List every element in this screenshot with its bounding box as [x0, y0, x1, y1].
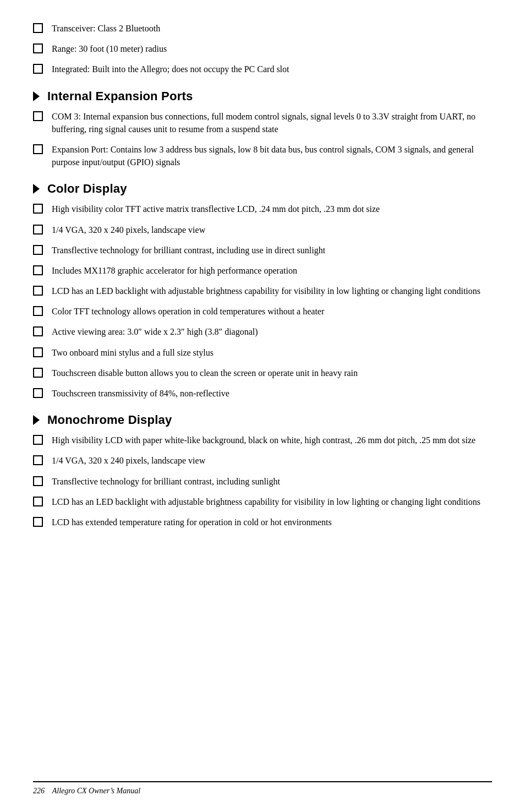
bullet-text: Color TFT technology allows operation in…	[52, 305, 492, 318]
checkbox-icon	[33, 204, 43, 214]
checkbox-icon	[33, 497, 43, 506]
bullet-text: COM 3: Internal expansion bus connection…	[52, 110, 492, 135]
checkbox-icon	[33, 286, 43, 296]
list-item: Includes MX1178 graphic accelerator for …	[33, 264, 492, 277]
bullet-text: Includes MX1178 graphic accelerator for …	[52, 264, 492, 277]
bullet-text: Transceiver: Class 2 Bluetooth	[52, 22, 492, 35]
checkbox-icon	[33, 476, 43, 486]
checkbox-icon	[33, 388, 43, 398]
checkbox-icon	[33, 347, 43, 357]
bullet-text: Transflective technology for brilliant c…	[52, 244, 492, 257]
checkbox-icon	[33, 435, 43, 445]
bullet-text: Expansion Port: Contains low 3 address b…	[52, 143, 492, 168]
checkbox-icon	[33, 43, 43, 53]
bullet-text: Touchscreen disable button allows you to…	[52, 367, 492, 379]
checkbox-icon	[33, 326, 43, 336]
bullet-text: Integrated: Built into the Allegro; does…	[52, 63, 492, 75]
bullet-text: Transflective technology for brilliant c…	[52, 475, 492, 488]
bullet-text: 1/4 VGA, 320 x 240 pixels, landscape vie…	[52, 454, 492, 467]
page-number: 226	[33, 787, 45, 795]
list-item: COM 3: Internal expansion bus connection…	[33, 110, 492, 135]
list-item: Integrated: Built into the Allegro; does…	[33, 63, 492, 75]
intro-bullet-list: Transceiver: Class 2 Bluetooth Range: 30…	[33, 22, 492, 76]
bullet-text: LCD has an LED backlight with adjustable…	[52, 495, 492, 508]
bullet-text: Two onboard mini stylus and a full size …	[52, 346, 492, 359]
list-item: LCD has an LED backlight with adjustable…	[33, 285, 492, 297]
list-item: Range: 30 foot (10 meter) radius	[33, 42, 492, 55]
list-item: 1/4 VGA, 320 x 240 pixels, landscape vie…	[33, 454, 492, 467]
bullet-text: Active viewing area: 3.0″ wide x 2.3″ hi…	[52, 325, 492, 338]
internal-expansion-bullet-list: COM 3: Internal expansion bus connection…	[33, 110, 492, 169]
bullet-text: Touchscreen transmissivity of 84%, non-r…	[52, 387, 492, 400]
section-heading-internal-expansion: Internal Expansion Ports	[33, 89, 492, 103]
bullet-text: Range: 30 foot (10 meter) radius	[52, 42, 492, 55]
checkbox-icon	[33, 144, 43, 154]
list-item: 1/4 VGA, 320 x 240 pixels, landscape vie…	[33, 224, 492, 236]
list-item: Transceiver: Class 2 Bluetooth	[33, 22, 492, 35]
checkbox-icon	[33, 265, 43, 275]
triangle-icon	[33, 184, 40, 194]
list-item: Active viewing area: 3.0″ wide x 2.3″ hi…	[33, 325, 492, 338]
list-item: High visibility color TFT active matrix …	[33, 203, 492, 215]
list-item: Touchscreen transmissivity of 84%, non-r…	[33, 387, 492, 400]
checkbox-icon	[33, 368, 43, 378]
section-title-monochrome-display: Monochrome Display	[47, 413, 172, 427]
bullet-text: 1/4 VGA, 320 x 240 pixels, landscape vie…	[52, 224, 492, 236]
bullet-text: LCD has an LED backlight with adjustable…	[52, 285, 492, 297]
list-item: High visibility LCD with paper white-lik…	[33, 434, 492, 446]
list-item: Color TFT technology allows operation in…	[33, 305, 492, 318]
list-item: Touchscreen disable button allows you to…	[33, 367, 492, 379]
checkbox-icon	[33, 225, 43, 235]
checkbox-icon	[33, 455, 43, 465]
checkbox-icon	[33, 517, 43, 527]
checkbox-icon	[33, 23, 43, 33]
list-item: LCD has an LED backlight with adjustable…	[33, 495, 492, 508]
section-title-color-display: Color Display	[47, 182, 127, 196]
footer-text: 226 Allegro CX Owner’s Manual	[33, 787, 140, 795]
checkbox-icon	[33, 245, 43, 255]
bullet-text: LCD has extended temperature rating for …	[52, 516, 492, 528]
triangle-icon	[33, 415, 40, 425]
section-heading-monochrome-display: Monochrome Display	[33, 413, 492, 427]
bullet-text: High visibility LCD with paper white-lik…	[52, 434, 492, 446]
list-item: Transflective technology for brilliant c…	[33, 244, 492, 257]
monochrome-display-bullet-list: High visibility LCD with paper white-lik…	[33, 434, 492, 528]
color-display-bullet-list: High visibility color TFT active matrix …	[33, 203, 492, 400]
footer: 226 Allegro CX Owner’s Manual	[33, 781, 492, 795]
list-item: LCD has extended temperature rating for …	[33, 516, 492, 528]
list-item: Expansion Port: Contains low 3 address b…	[33, 143, 492, 168]
bullet-text: High visibility color TFT active matrix …	[52, 203, 492, 215]
checkbox-icon	[33, 111, 43, 121]
checkbox-icon	[33, 306, 43, 316]
page: Transceiver: Class 2 Bluetooth Range: 30…	[0, 0, 525, 812]
section-title-internal-expansion: Internal Expansion Ports	[47, 89, 193, 103]
checkbox-icon	[33, 64, 43, 74]
section-heading-color-display: Color Display	[33, 182, 492, 196]
list-item: Transflective technology for brilliant c…	[33, 475, 492, 488]
list-item: Two onboard mini stylus and a full size …	[33, 346, 492, 359]
triangle-icon	[33, 91, 40, 101]
manual-title: Allegro CX Owner’s Manual	[52, 787, 140, 795]
